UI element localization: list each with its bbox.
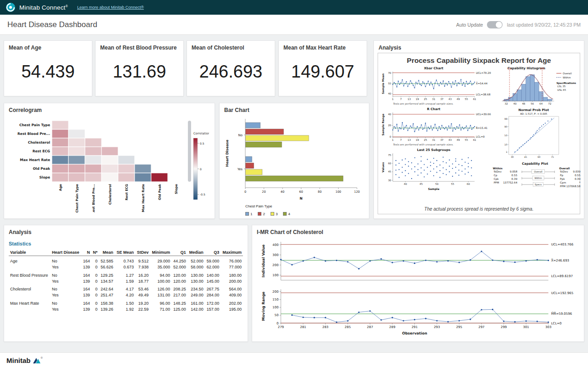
svg-text:10: 10 <box>504 143 507 146</box>
svg-text:*: * <box>579 181 581 184</box>
svg-text:45: 45 <box>524 156 527 158</box>
svg-text:UCL=192.965: UCL=192.965 <box>551 291 573 295</box>
svg-text:99: 99 <box>504 117 507 120</box>
svg-text:0: 0 <box>200 167 202 171</box>
svg-text:LSL 35: LSL 35 <box>557 85 565 88</box>
svg-text:N: N <box>300 196 302 201</box>
svg-text:Cpm: Cpm <box>560 181 566 184</box>
svg-text:Tests are performed with unequ: Tests are performed with unequal sample … <box>393 143 453 146</box>
svg-text:100: 100 <box>335 190 341 194</box>
svg-text:Heart Disease: Heart Disease <box>225 139 229 167</box>
svg-text:No: No <box>238 134 243 137</box>
minitab-logo-icon <box>33 357 41 364</box>
svg-text:0.5: 0.5 <box>200 142 204 145</box>
svg-text:90: 90 <box>504 125 507 128</box>
kpi-value: 54.439 <box>4 62 92 82</box>
svg-text:Sample Mean: Sample Mean <box>381 73 385 94</box>
legend-item-1[interactable]: 1 <box>245 212 252 216</box>
svg-text:UCL=70.20: UCL=70.20 <box>476 72 491 74</box>
svg-text:Slope: Slope <box>39 175 50 179</box>
svg-text:60: 60 <box>467 183 470 185</box>
svg-text:285: 285 <box>345 325 351 329</box>
imr-chart[interactable]: 100200300400UCL=403.766X̅=246.693LCL=89.… <box>258 238 578 338</box>
kpi-value: 149.607 <box>279 62 367 82</box>
svg-text:297: 297 <box>478 325 484 329</box>
kpi-title: Mean of Age <box>4 41 92 53</box>
correlogram-scrollbar[interactable] <box>188 121 191 182</box>
svg-text:49: 49 <box>457 98 460 100</box>
svg-text:55: 55 <box>388 82 391 85</box>
svg-text:PPM: PPM <box>560 185 565 188</box>
svg-text:283: 283 <box>322 325 328 329</box>
svg-text:Xbar Chart: Xbar Chart <box>424 67 444 70</box>
legend-item-3[interactable]: 3 <box>271 212 277 216</box>
svg-text:295: 295 <box>456 325 462 329</box>
table-row: Max Heart RateNo1640158.381.5019.2096.00… <box>9 298 243 307</box>
kpi-card-mean-rest-bp: Mean of Rest Blood Pressure 131.69 <box>95 40 184 96</box>
svg-text:Values: Values <box>381 162 384 173</box>
auto-update-toggle[interactable] <box>487 21 503 28</box>
svg-text:25: 25 <box>424 139 427 141</box>
svg-text:1: 1 <box>392 98 393 100</box>
svg-text:25: 25 <box>424 98 427 100</box>
bar-chart[interactable]: 020406080100120NoYesNHeart Disease <box>223 116 362 203</box>
bar-chart-panel: Bar Chart 020406080100120NoYesNHeart Dis… <box>219 103 369 219</box>
svg-text:70: 70 <box>388 72 391 74</box>
svg-text:56: 56 <box>531 102 534 105</box>
svg-text:100: 100 <box>272 273 278 277</box>
panel-title: Correlogram <box>4 103 215 115</box>
legend-swatch <box>271 212 274 216</box>
sixpack-report: Process Capability Sixpack Report for Ag… <box>378 53 580 214</box>
svg-text:Within: Within <box>534 177 542 179</box>
legend-item-2[interactable]: 2 <box>258 212 265 216</box>
svg-text:0.39: 0.39 <box>511 178 517 180</box>
svg-text:0: 0 <box>244 190 246 194</box>
learn-more-link[interactable]: Learn more about Minitab Connect® <box>77 5 144 10</box>
last-updated-text: last updated 9/20/22, 12:45:23 PM <box>507 22 581 28</box>
svg-text:61: 61 <box>473 139 476 141</box>
svg-text:9.058: 9.058 <box>510 170 518 173</box>
svg-text:43: 43 <box>448 98 452 100</box>
svg-text:0.39: 0.39 <box>575 178 581 180</box>
svg-text:120: 120 <box>354 190 360 194</box>
sixpack-report-footer: The actual process spread is represented… <box>378 206 580 212</box>
svg-text:Overall: Overall <box>534 170 542 173</box>
svg-text:LSL: LSL <box>508 67 512 70</box>
svg-text:Old Peak: Old Peak <box>158 184 162 200</box>
svg-text:137068.58: 137068.58 <box>566 185 581 188</box>
svg-text:Within: Within <box>493 167 503 170</box>
svg-text:Chest Pain Type: Chest Pain Type <box>75 184 79 212</box>
correlogram-heatmap[interactable]: Chest Pain TypeRest Blood Pre...Choleste… <box>9 117 209 212</box>
panel-title: Bar Chart <box>220 103 369 115</box>
svg-text:50: 50 <box>504 134 507 137</box>
svg-text:USL: USL <box>540 67 544 70</box>
svg-text:50: 50 <box>275 314 279 318</box>
svg-text:Rest Blood Pre...: Rest Blood Pre... <box>92 184 96 212</box>
svg-text:Tests are performed with unequ: Tests are performed with unequal sample … <box>393 102 453 106</box>
legend-swatch <box>283 212 287 216</box>
svg-text:31: 31 <box>432 98 435 100</box>
svg-text:293: 293 <box>434 325 440 329</box>
svg-text:0.55: 0.55 <box>511 174 517 177</box>
svg-text:PPM: PPM <box>494 181 499 184</box>
kpi-value: 246.693 <box>187 62 275 82</box>
svg-text:301: 301 <box>523 325 529 329</box>
svg-text:LCL=0: LCL=0 <box>476 135 485 138</box>
svg-text:13: 13 <box>407 139 411 141</box>
svg-text:100: 100 <box>272 306 278 309</box>
minitab-connect-logo-icon[interactable] <box>6 2 16 12</box>
svg-text:Correlation: Correlation <box>193 132 209 135</box>
sixpack-report-chart[interactable]: Xbar Chart40557017131925313743495561UCL=… <box>378 66 581 194</box>
auto-update-label: Auto Update <box>456 22 483 28</box>
legend-item-4[interactable]: 4 <box>283 212 290 216</box>
barchart-legend-title: Chest Pain Type <box>245 204 369 208</box>
table-row: Yes1390134.571.5918.77100.00120.00130.00… <box>9 278 243 284</box>
table-row: Yes1390139.261.9222.5971.00125.00142.001… <box>9 306 243 312</box>
svg-text:40: 40 <box>388 92 391 95</box>
svg-text:Cpk: Cpk <box>494 178 499 181</box>
analysis-statistics-panel: Analysis Statistics VariableHeart Diseas… <box>4 225 248 342</box>
svg-text:Chest Pain Type: Chest Pain Type <box>19 123 50 127</box>
svg-text:0.55: 0.55 <box>575 174 581 177</box>
svg-text:LCL=89.6197: LCL=89.6197 <box>551 274 573 278</box>
svg-text:40: 40 <box>388 113 391 116</box>
